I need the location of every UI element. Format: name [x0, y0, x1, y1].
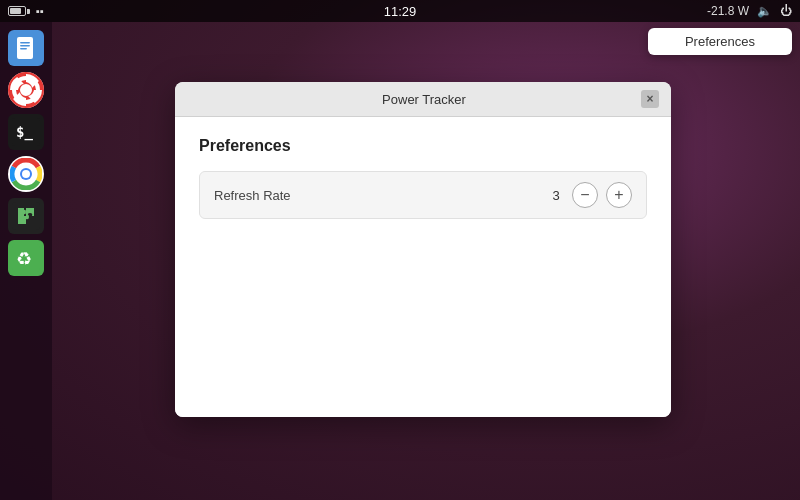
power-icon: ⏻ — [780, 4, 792, 18]
terminal-icon[interactable]: $_ — [8, 114, 44, 150]
desktop: ▪▪ 11:29 -21.8 W 🔈 ⏻ — [0, 0, 800, 500]
refresh-rate-row: Refresh Rate 3 − + — [199, 171, 647, 219]
power-reading: -21.8 W — [707, 4, 749, 18]
topbar: ▪▪ 11:29 -21.8 W 🔈 ⏻ — [0, 0, 800, 22]
preferences-button[interactable]: Preferences — [648, 28, 792, 55]
chrome-icon[interactable] — [8, 156, 44, 192]
sidebar: $_ — [0, 22, 52, 500]
lifesaver-icon[interactable] — [8, 72, 44, 108]
dialog-heading: Preferences — [199, 137, 647, 155]
dialog-title: Power Tracker — [207, 92, 641, 107]
dialog-titlebar: Power Tracker × — [175, 82, 671, 117]
recycle-icon[interactable]: ♻ — [8, 240, 44, 276]
refresh-rate-controls: 3 − + — [548, 182, 632, 208]
increment-button[interactable]: + — [606, 182, 632, 208]
clock: 11:29 — [384, 4, 417, 19]
topbar-left: ▪▪ — [8, 5, 44, 17]
power-tracker-dialog: Power Tracker × Preferences Refresh Rate… — [175, 82, 671, 417]
svg-rect-1 — [20, 42, 30, 44]
files-icon[interactable] — [8, 30, 44, 66]
svg-point-10 — [22, 170, 30, 178]
decrement-button[interactable]: − — [572, 182, 598, 208]
svg-rect-3 — [20, 48, 27, 50]
svg-rect-2 — [20, 45, 30, 47]
dialog-close-button[interactable]: × — [641, 90, 659, 108]
refresh-rate-label: Refresh Rate — [214, 188, 291, 203]
sound-icon: 🔈 — [757, 4, 772, 18]
refresh-rate-value: 3 — [548, 188, 564, 203]
wifi-icon: ▪▪ — [36, 5, 44, 17]
topbar-right: -21.8 W 🔈 ⏻ — [707, 4, 792, 18]
svg-text:♻: ♻ — [16, 249, 32, 269]
battery-icon — [8, 6, 30, 16]
svg-text:$_: $_ — [16, 124, 33, 141]
dialog-content: Preferences Refresh Rate 3 − + — [175, 117, 671, 417]
puzzle-icon[interactable] — [8, 198, 44, 234]
